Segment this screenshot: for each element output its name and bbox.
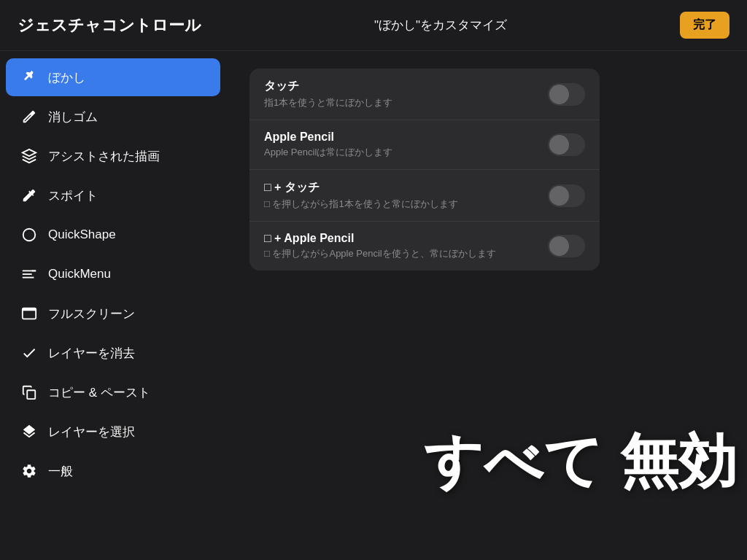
settings-row-square-touch: □ + タッチ□ を押しながら指1本を使うと常にぼかします bbox=[249, 170, 600, 222]
settings-panel: タッチ指1本を使うと常にぼかしますApple PencilApple Penci… bbox=[249, 69, 600, 271]
customize-title: "ぼかし"をカスタマイズ bbox=[374, 17, 507, 34]
eraser-icon bbox=[20, 108, 38, 125]
settings-row-square-apple-pencil: □ + Apple Pencil□ を押しながらApple Pencilを使うと… bbox=[249, 222, 600, 271]
svg-rect-3 bbox=[23, 277, 34, 279]
pin-icon bbox=[20, 69, 38, 86]
sidebar-item-label: レイヤーを選択 bbox=[48, 424, 135, 440]
settings-row-touch: タッチ指1本を使うと常にぼかします bbox=[249, 69, 600, 120]
settings-row-apple-pencil: Apple PencilApple Pencilは常にぼかします bbox=[249, 120, 600, 170]
quickshape-icon bbox=[20, 226, 38, 244]
sidebar-item-copy-paste[interactable]: コピー & ペースト bbox=[6, 373, 220, 411]
sidebar-item-quickshape[interactable]: QuickShape bbox=[6, 216, 220, 254]
overlay-text: すべて 無効 bbox=[424, 423, 736, 502]
settings-row-subtitle-touch: 指1本を使うと常にぼかします bbox=[264, 96, 548, 109]
sidebar-item-fullscreen[interactable]: フルスクリーン bbox=[6, 295, 220, 332]
sidebar-item-eraser[interactable]: 消しゴム bbox=[6, 98, 220, 136]
sidebar-item-assisted-drawing[interactable]: アシストされた描画 bbox=[6, 137, 220, 175]
sidebar-item-label: 消しゴム bbox=[48, 109, 98, 125]
sidebar-item-label: QuickShape bbox=[48, 228, 116, 242]
sidebar-item-select-layer[interactable]: レイヤーを選択 bbox=[6, 413, 220, 451]
sidebar-item-label: QuickMenu bbox=[48, 267, 111, 281]
copy-icon bbox=[20, 384, 38, 401]
svg-rect-2 bbox=[23, 273, 32, 275]
page-title: ジェスチャコントロール bbox=[18, 15, 201, 36]
svg-point-0 bbox=[23, 229, 36, 241]
settings-row-subtitle-square-touch: □ を押しながら指1本を使うと常にぼかします bbox=[264, 198, 548, 211]
toggle-touch[interactable] bbox=[548, 83, 585, 106]
settings-row-subtitle-square-apple-pencil: □ を押しながらApple Pencilを使うと、常にぼかします bbox=[264, 247, 548, 260]
sidebar-item-clear-layer[interactable]: レイヤーを消去 bbox=[6, 334, 220, 372]
sidebar-item-label: アシストされた描画 bbox=[48, 148, 160, 165]
cube-icon bbox=[20, 147, 38, 165]
sidebar-item-eyedropper[interactable]: スポイト bbox=[6, 176, 220, 214]
fullscreen-icon bbox=[20, 305, 38, 322]
settings-row-text-apple-pencil: Apple PencilApple Pencilは常にぼかします bbox=[264, 131, 548, 159]
sidebar-item-general[interactable]: 一般 bbox=[6, 452, 220, 490]
sidebar-item-quickmenu[interactable]: QuickMenu bbox=[6, 255, 220, 293]
eyedropper-icon bbox=[20, 187, 38, 204]
settings-row-title-square-apple-pencil: □ + Apple Pencil bbox=[264, 232, 548, 245]
toggle-apple-pencil[interactable] bbox=[548, 133, 585, 156]
svg-rect-4 bbox=[32, 271, 36, 272]
settings-row-text-square-apple-pencil: □ + Apple Pencil□ を押しながらApple Pencilを使うと… bbox=[264, 232, 548, 260]
svg-rect-7 bbox=[27, 390, 35, 399]
sidebar-item-label: ぼかし bbox=[48, 69, 85, 86]
toggle-square-apple-pencil[interactable] bbox=[548, 235, 585, 257]
sidebar-item-blur[interactable]: ぼかし bbox=[6, 58, 220, 96]
quickmenu-icon bbox=[20, 265, 38, 283]
gear-icon bbox=[20, 462, 38, 480]
sidebar-item-label: レイヤーを消去 bbox=[48, 345, 135, 362]
settings-row-subtitle-apple-pencil: Apple Pencilは常にぼかします bbox=[264, 146, 548, 159]
sidebar-item-label: 一般 bbox=[48, 463, 73, 480]
sidebar-item-label: コピー & ペースト bbox=[48, 384, 150, 401]
settings-row-title-apple-pencil: Apple Pencil bbox=[264, 131, 548, 144]
main-layout: ぼかし消しゴムアシストされた描画スポイトQuickShapeQuickMenuフ… bbox=[0, 51, 747, 560]
sidebar: ぼかし消しゴムアシストされた描画スポイトQuickShapeQuickMenuフ… bbox=[0, 51, 226, 560]
settings-row-text-square-touch: □ + タッチ□ を押しながら指1本を使うと常にぼかします bbox=[264, 180, 548, 211]
content-area: タッチ指1本を使うと常にぼかしますApple PencilApple Penci… bbox=[226, 51, 747, 560]
toggle-square-touch[interactable] bbox=[548, 184, 585, 207]
done-button[interactable]: 完了 bbox=[680, 12, 729, 39]
settings-row-text-touch: タッチ指1本を使うと常にぼかします bbox=[264, 79, 548, 109]
settings-row-title-square-touch: □ + タッチ bbox=[264, 180, 548, 195]
svg-rect-6 bbox=[23, 308, 36, 311]
header: ジェスチャコントロール "ぼかし"をカスタマイズ 完了 bbox=[0, 0, 747, 51]
sidebar-item-label: スポイト bbox=[48, 187, 98, 204]
settings-row-title-touch: タッチ bbox=[264, 79, 548, 94]
sidebar-item-label: フルスクリーン bbox=[48, 306, 135, 322]
checkmark-icon bbox=[20, 344, 38, 362]
layers-icon bbox=[20, 423, 38, 440]
